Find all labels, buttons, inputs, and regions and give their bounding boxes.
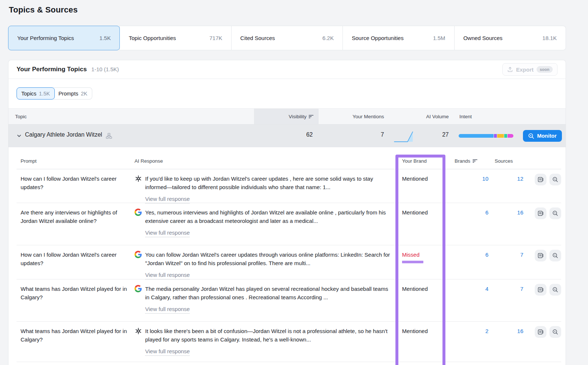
tab-count: 1.5K <box>100 35 111 41</box>
your-brand-cell: Mentioned <box>402 174 446 183</box>
view-response-button[interactable] <box>535 250 546 261</box>
prompt-row: Are there any interviews or highlights o… <box>17 203 561 245</box>
tab-your-performing-topics[interactable]: Your Performing Topics 1.5K <box>8 26 120 50</box>
panel-header: Your Performing Topics 1-10 (1.5K) Expor… <box>8 60 566 79</box>
inspect-response-button[interactable] <box>549 326 561 338</box>
inspect-response-button[interactable] <box>549 250 561 261</box>
tab-cited-sources[interactable]: Cited Sources 6.2K <box>232 26 343 50</box>
monitor-button[interactable]: Monitor <box>523 130 562 142</box>
inspect-response-button[interactable] <box>549 207 561 219</box>
openai-icon <box>135 175 142 182</box>
engine-icon-slot <box>135 209 142 216</box>
your-mentions-value: 7 <box>325 131 384 138</box>
view-response-button[interactable] <box>535 207 546 219</box>
sources-count-link[interactable]: 16 <box>517 327 523 335</box>
response-text-block: It looks like there's been a bit of conf… <box>145 327 392 356</box>
your-brand-cell: Mentioned <box>402 208 446 217</box>
view-response-button[interactable] <box>535 174 546 185</box>
visibility-value: 62 <box>254 131 313 138</box>
ai-response-cell: If you'd like to keep up with Jordan Wit… <box>135 174 408 203</box>
prompt-rows: How can I follow Jordan Witzel's career … <box>17 169 561 362</box>
engine-icon-slot <box>135 251 142 259</box>
soon-badge: soon <box>537 66 553 73</box>
brands-count-link[interactable]: 6 <box>485 208 488 217</box>
column-visibility[interactable]: Visibility <box>254 109 319 124</box>
view-full-response-link[interactable]: View full response <box>145 271 190 279</box>
column-brands[interactable]: Brands <box>455 158 478 164</box>
response-list-icon <box>538 329 544 335</box>
sort-desc-icon <box>473 159 478 163</box>
column-your-mentions: Your Mentions <box>321 114 384 119</box>
view-full-response-link[interactable]: View full response <box>145 228 190 237</box>
tab-label: Cited Sources <box>240 35 275 41</box>
sources-count-link[interactable]: 16 <box>517 208 523 217</box>
view-full-response-link[interactable]: View full response <box>145 305 190 314</box>
panel-range: 1-10 (1.5K) <box>92 66 119 72</box>
chevron-down-icon[interactable] <box>17 133 22 140</box>
brands-count-link[interactable]: 10 <box>482 174 488 183</box>
sources-count-link[interactable]: 12 <box>517 174 523 183</box>
tab-source-opportunities[interactable]: Source Opportunities 1.5M <box>343 26 454 50</box>
sort-desc-icon <box>309 115 314 119</box>
tab-count: 1.5M <box>433 35 445 41</box>
prompt-cell: What teams has Jordan Witzel played for … <box>21 285 131 301</box>
brands-count-link[interactable]: 4 <box>485 285 488 293</box>
view-full-response-link[interactable]: View full response <box>145 195 190 203</box>
column-intent: Intent <box>459 114 472 119</box>
prompt-table-header: Prompt AI Response Your Brand Brands Sou… <box>17 147 561 169</box>
topic-table-header: Topic Visibility Your Mentions AI Volume… <box>8 108 566 124</box>
tab-topic-opportunities[interactable]: Topic Opportunities 717K <box>119 26 231 50</box>
tab-label: Your Performing Topics <box>17 35 74 41</box>
response-text-block: You can follow Jordan Witzel's career up… <box>145 250 392 279</box>
ai-response-cell: It looks like there's been a bit of conf… <box>135 327 408 356</box>
panel-title: Your Performing Topics <box>17 66 87 73</box>
response-text-block: The media personality Jordan Witzel has … <box>145 285 392 314</box>
inspect-response-button[interactable] <box>549 284 561 296</box>
inspect-response-button[interactable] <box>549 174 561 185</box>
sources-count-link[interactable]: 7 <box>520 250 523 259</box>
brands-count-link[interactable]: 6 <box>485 250 488 259</box>
brand-status: Mentioned <box>402 328 428 334</box>
prompt-row: How can I follow Jordan Witzel's career … <box>17 245 561 279</box>
view-response-button[interactable] <box>535 326 546 338</box>
brand-status: Mentioned <box>402 176 428 182</box>
export-button[interactable]: Export soon <box>502 63 557 76</box>
prompt-cell: What teams has Jordan Witzel played for … <box>21 327 131 344</box>
tab-count: 6.2K <box>322 35 334 41</box>
performing-topics-panel: Your Performing Topics 1-10 (1.5K) Expor… <box>8 60 566 365</box>
view-full-response-link[interactable]: View full response <box>145 347 190 356</box>
magnifier-icon <box>552 287 558 293</box>
monitor-icon <box>528 133 534 139</box>
google-icon <box>135 285 142 292</box>
toggle-topics[interactable]: Topics 1.5K <box>17 87 55 100</box>
sitemap-icon[interactable] <box>106 133 112 140</box>
page-title: Topics & Sources <box>9 5 78 15</box>
toggle-prompts[interactable]: Prompts 2K <box>53 87 92 100</box>
magnifier-icon <box>552 210 558 216</box>
response-snippet: Yes, numerous interviews and highlights … <box>145 209 386 224</box>
brands-count-link[interactable]: 2 <box>485 327 488 335</box>
view-response-button[interactable] <box>535 284 546 296</box>
openai-icon <box>135 327 142 335</box>
panel-title-group: Your Performing Topics 1-10 (1.5K) <box>17 66 119 73</box>
export-label: Export <box>516 66 534 73</box>
tab-owned-sources[interactable]: Owned Sources 18.1K <box>455 26 566 50</box>
ai-response-cell: You can follow Jordan Witzel's career up… <box>135 250 408 279</box>
google-icon <box>135 251 142 258</box>
prompt-cell: How can I follow Jordan Witzel's career … <box>21 250 131 267</box>
response-list-icon <box>538 210 544 216</box>
sources-count-link[interactable]: 7 <box>520 285 523 293</box>
brand-status: Missed <box>402 252 446 263</box>
brand-status: Mentioned <box>402 209 428 216</box>
response-text-block: If you'd like to keep up with Jordan Wit… <box>145 174 392 203</box>
ai-response-cell: The media personality Jordan Witzel has … <box>135 285 408 314</box>
google-icon <box>135 209 142 216</box>
column-prompt: Prompt <box>21 158 37 164</box>
tab-label: Topic Opportunities <box>129 35 176 41</box>
prompt-row: What teams has Jordan Witzel played for … <box>17 322 561 362</box>
column-topic: Topic <box>15 114 27 119</box>
topic-row-calgary-athlete-jordan-witzel[interactable]: Calgary Athlete Jordan Witzel 62 7 27 <box>8 124 566 147</box>
topics-sources-page: Topics & Sources Your Performing Topics … <box>0 0 588 365</box>
your-brand-cell: Mentioned <box>402 285 446 293</box>
topics-prompts-toggle: Topics 1.5K Prompts 2K <box>17 87 92 100</box>
